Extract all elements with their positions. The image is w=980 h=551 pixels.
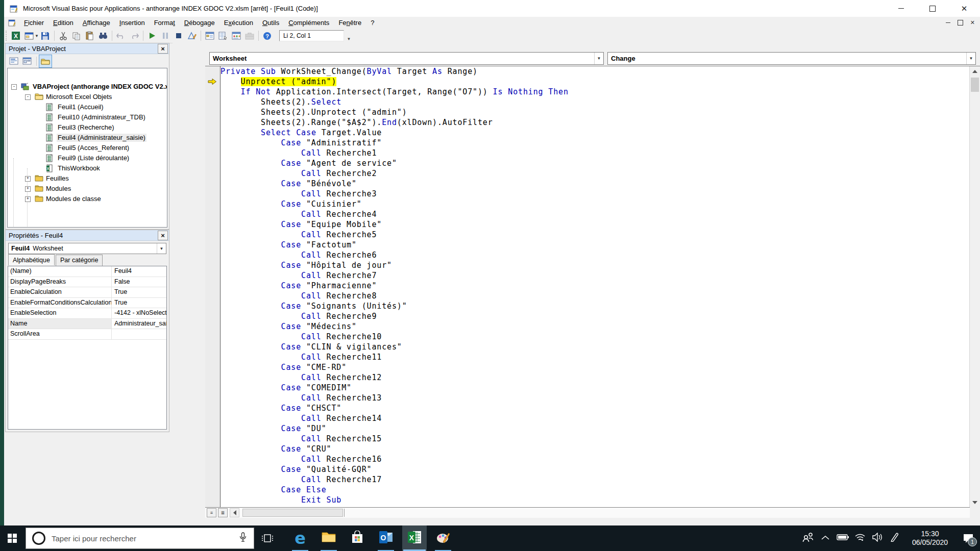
- menu-fen-tre[interactable]: Fenêtre: [334, 18, 366, 28]
- scroll-down-icon[interactable]: [970, 497, 980, 508]
- property-value[interactable]: False: [112, 277, 166, 287]
- property-row-scrollarea[interactable]: ScrollArea: [8, 329, 166, 340]
- tray-people-button[interactable]: [799, 525, 817, 551]
- find-button[interactable]: [97, 30, 109, 42]
- taskbar-app-outlook[interactable]: O: [374, 525, 398, 551]
- collapse-icon[interactable]: -: [11, 84, 17, 90]
- microphone-icon[interactable]: [239, 532, 247, 544]
- tree-item-modules[interactable]: +Modules: [8, 184, 167, 194]
- close-button[interactable]: ✕: [948, 0, 980, 17]
- tree-item-feuil3-recherche[interactable]: Feuil3 (Recherche): [8, 122, 167, 133]
- cut-button[interactable]: [57, 30, 69, 42]
- design-mode-button[interactable]: [186, 30, 198, 42]
- menu-?[interactable]: ?: [366, 18, 379, 28]
- property-row-enableselection[interactable]: EnableSelection-4142 - xlNoSelection: [8, 308, 166, 319]
- vertical-scrollbar-thumb[interactable]: [971, 78, 979, 92]
- tree-item-feuil10-administrateur-tdb[interactable]: Feuil10 (Administrateur_TDB): [8, 112, 167, 122]
- menu-d-bogage[interactable]: Débogage: [180, 18, 219, 28]
- toolbar-options-icon[interactable]: ▼: [345, 29, 353, 42]
- tree-item-feuil9-liste-d-roulante[interactable]: Feuil9 (Liste déroulante): [8, 153, 167, 163]
- taskbar-clock[interactable]: 15:30 06/05/2020: [903, 530, 957, 547]
- tray-wifi-button[interactable]: [851, 525, 869, 551]
- tree-item-feuilles[interactable]: +Feuilles: [8, 173, 167, 184]
- toolbox-button[interactable]: [243, 30, 256, 42]
- object-browser-button[interactable]: [230, 30, 242, 42]
- menu-fichier[interactable]: Fichier: [19, 18, 48, 28]
- taskbar-search[interactable]: Taper ici pour rechercher: [26, 528, 254, 549]
- procedure-dropdown[interactable]: Change ▼: [607, 52, 976, 65]
- taskbar-app-excel[interactable]: X: [402, 525, 427, 551]
- chevron-down-icon[interactable]: ▼: [157, 243, 166, 254]
- object-dropdown[interactable]: Worksheet ▼: [209, 52, 604, 65]
- taskbar-app-edge[interactable]: e: [288, 525, 312, 551]
- toolbar-grip[interactable]: [6, 31, 9, 41]
- save-button[interactable]: [39, 30, 52, 42]
- help-button[interactable]: ?: [261, 30, 274, 42]
- code-margin-bar[interactable]: [205, 66, 220, 508]
- property-row-displaypagebreaks[interactable]: DisplayPageBreaksFalse: [8, 277, 166, 288]
- property-value[interactable]: True: [112, 298, 166, 308]
- copy-button[interactable]: [70, 30, 83, 42]
- child-close-icon[interactable]: ✕: [970, 19, 975, 26]
- properties-panel-close-icon[interactable]: ×: [158, 231, 168, 240]
- break-button[interactable]: [159, 30, 172, 42]
- redo-button[interactable]: [128, 30, 140, 42]
- full-module-view-icon[interactable]: ≣: [218, 508, 228, 517]
- view-object-icon[interactable]: [21, 55, 33, 67]
- tab-alphabétique[interactable]: Alphabétique: [8, 254, 55, 265]
- property-row-name[interactable]: NameAdministrateur_saisie: [8, 319, 166, 330]
- scroll-up-icon[interactable]: [970, 66, 980, 77]
- tray-chevron-up-button[interactable]: [817, 525, 834, 551]
- tree-item-feuil5-acces-referent[interactable]: Feuil5 (Acces_Referent): [8, 143, 167, 153]
- property-value[interactable]: Administrateur_saisie: [112, 319, 166, 329]
- child-minimize-icon[interactable]: [946, 22, 950, 23]
- expand-icon[interactable]: +: [25, 186, 31, 192]
- undo-button[interactable]: [115, 30, 127, 42]
- menu-outils[interactable]: Outils: [258, 18, 284, 28]
- property-value[interactable]: True: [112, 287, 166, 297]
- project-panel-close-icon[interactable]: ×: [158, 44, 168, 54]
- chevron-down-icon[interactable]: ▼: [35, 34, 39, 38]
- tree-item-modules-de-classe[interactable]: +Modules de classe: [8, 194, 167, 204]
- menu-affichage[interactable]: Affichage: [78, 18, 115, 28]
- tray-battery-button[interactable]: [834, 525, 851, 551]
- project-explorer-button[interactable]: [204, 30, 216, 42]
- paste-button[interactable]: [84, 30, 96, 42]
- taskbar-app-store[interactable]: [345, 525, 370, 551]
- horizontal-scrollbar[interactable]: ≡ ≣: [205, 507, 970, 518]
- procedure-view-icon[interactable]: ≡: [207, 508, 216, 517]
- tree-item-feuil4-administrateur-saisie[interactable]: Feuil4 (Administrateur_saisie): [8, 133, 167, 143]
- properties-window-button[interactable]: [217, 30, 229, 42]
- vertical-scrollbar[interactable]: [969, 66, 980, 508]
- action-center-button[interactable]: 1: [957, 525, 980, 551]
- menu-format[interactable]: Format: [150, 18, 180, 28]
- expand-icon[interactable]: +: [25, 196, 31, 202]
- reset-button[interactable]: [173, 30, 185, 42]
- tree-item-feuil1-accueil[interactable]: Feuil1 (Accueil): [8, 102, 167, 112]
- splitter-handle[interactable]: [344, 509, 345, 517]
- toggle-folders-icon[interactable]: [39, 55, 52, 68]
- properties-object-selector[interactable]: Feuil4 Worksheet ▼: [8, 243, 166, 254]
- taskbar-app-paint3d[interactable]: [431, 525, 455, 551]
- start-button[interactable]: [0, 525, 24, 551]
- child-restore-icon[interactable]: [958, 20, 963, 26]
- menu-insertion[interactable]: Insertion: [115, 18, 150, 28]
- tree-item-microsoft-excel-objets[interactable]: -Microsoft Excel Objets: [8, 92, 167, 102]
- minimize-button[interactable]: [885, 0, 917, 17]
- tree-item-vbaproject-anthorange-index-gdoc-v2-xlsm[interactable]: -VBAProject (anthorange INDEX GDOC V2.xl…: [8, 82, 167, 92]
- tray-pen-button[interactable]: [886, 525, 903, 551]
- expand-icon[interactable]: +: [25, 176, 31, 182]
- run-button[interactable]: [146, 30, 158, 42]
- property-row-enableformatconditionscalculation[interactable]: EnableFormatConditionsCalculationTrue: [8, 298, 166, 309]
- menu-edition[interactable]: Edition: [48, 18, 78, 28]
- chevron-down-icon[interactable]: ▼: [966, 53, 975, 64]
- task-view-button[interactable]: [255, 525, 280, 551]
- horizontal-scrollbar-thumb[interactable]: [242, 509, 343, 517]
- tree-item-thisworkbook[interactable]: XThisWorkbook: [8, 163, 167, 173]
- menu-compl-ments[interactable]: Compléments: [284, 18, 334, 28]
- tab-par-catégorie[interactable]: Par catégorie: [56, 255, 103, 266]
- property-value[interactable]: -4142 - xlNoSelection: [112, 308, 166, 318]
- taskbar-app-explorer[interactable]: [316, 525, 341, 551]
- property-value[interactable]: Feuil4: [112, 266, 166, 277]
- maximize-button[interactable]: [917, 0, 948, 17]
